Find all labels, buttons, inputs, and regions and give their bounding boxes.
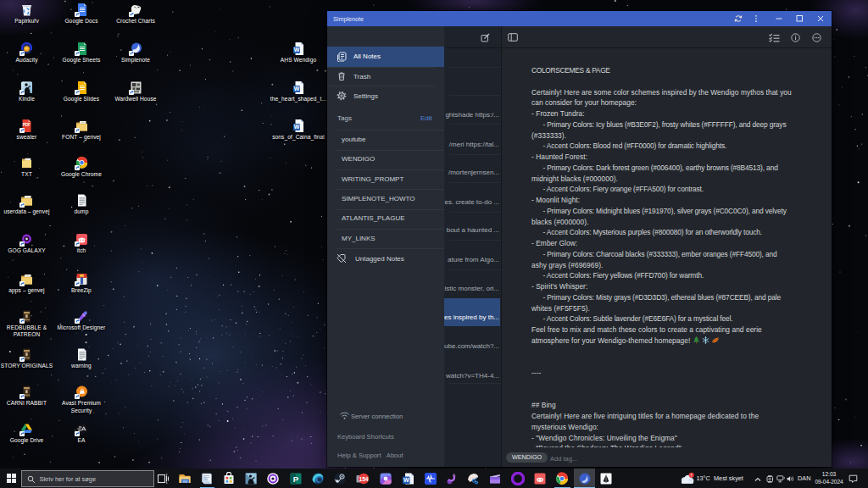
svg-text:P: P: [293, 474, 299, 483]
svg-text:W: W: [293, 47, 299, 53]
svg-text:PDF: PDF: [23, 123, 31, 127]
svg-text:W: W: [293, 86, 299, 92]
svg-text:W: W: [293, 124, 299, 130]
svg-text:W: W: [403, 477, 409, 483]
svg-text:154: 154: [359, 475, 368, 481]
